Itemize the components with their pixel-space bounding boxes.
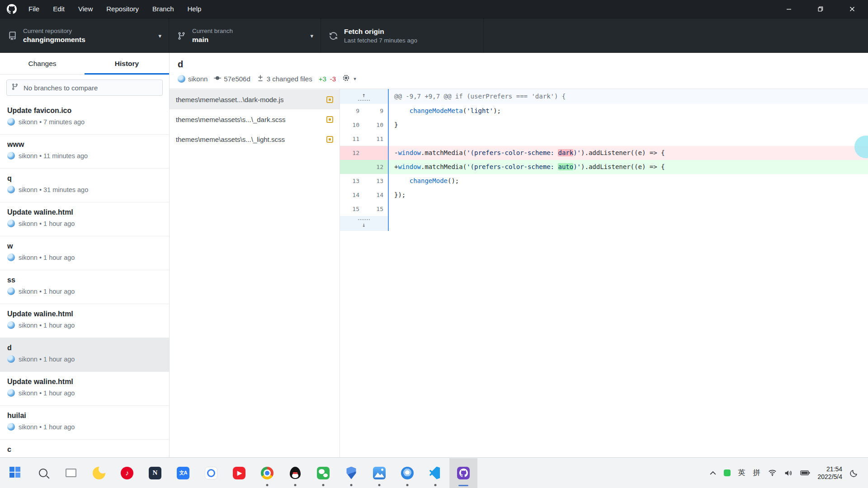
menu-help[interactable]: Help [181, 0, 208, 18]
taskbar-icon-security-shield[interactable] [337, 458, 365, 488]
new-line-number: 10 [364, 118, 388, 132]
file-row[interactable]: themes\meme\assets\s...\_dark.scss [170, 109, 340, 129]
commit-row[interactable]: Update favicon.icosikonn • 7 minutes ago [0, 101, 169, 135]
start-button[interactable] [1, 458, 29, 488]
content-area: Changes History Update favicon.icosikonn… [0, 53, 868, 457]
modified-icon [326, 96, 333, 103]
hidden-icons-button[interactable] [710, 471, 716, 475]
task-view-icon [66, 469, 76, 477]
commit-row[interactable]: dsikonn • 1 hour ago [0, 338, 169, 372]
menu-file[interactable]: File [22, 0, 46, 18]
menu-branch[interactable]: Branch [146, 0, 181, 18]
commit-history-list: Update favicon.icosikonn • 7 minutes ago… [0, 101, 169, 457]
commit-row[interactable]: c [0, 440, 169, 457]
old-line-number: 10 [340, 118, 364, 132]
taskbar-icon-blue-circle-app[interactable] [393, 458, 421, 488]
commit-row[interactable]: wsikonn • 1 hour ago [0, 236, 169, 270]
window-controls [773, 0, 868, 18]
taskbar-icon-qq[interactable] [281, 458, 309, 488]
taskbar-clock[interactable]: 21:54 2022/5/4 [818, 465, 843, 481]
file-row[interactable]: themes\meme\assets\s...\_light.scss [170, 129, 340, 149]
commit-row-meta-text: sikonn • 1 hour ago [19, 389, 75, 397]
commit-row[interactable]: Update waline.htmlsikonn • 1 hour ago [0, 304, 169, 338]
new-line-number: 13 [364, 174, 388, 188]
sync-icon [328, 32, 338, 40]
taskbar-icon-youdao-dict[interactable]: 文A [169, 458, 197, 488]
commit-sha: 57e506d [224, 75, 250, 83]
notification-moon-icon[interactable] [850, 469, 858, 477]
current-branch-button[interactable]: Current branch main ▾ [169, 19, 321, 53]
pinned-apps: ♪N文A▶ [85, 458, 477, 488]
commit-row[interactable]: Update waline.htmlsikonn • 1 hour ago [0, 202, 169, 236]
ime-english-indicator[interactable]: 英 [738, 468, 745, 478]
commit-body: themes\meme\asset...\dark-mode.jsthemes\… [170, 89, 868, 457]
diff-line: 1414}); [340, 188, 868, 202]
file-row[interactable]: themes\meme\asset...\dark-mode.js [170, 89, 340, 109]
additions-count: +3 [319, 75, 326, 83]
running-indicator [378, 484, 381, 486]
notion-icon: N [149, 467, 161, 479]
avatar [178, 75, 185, 83]
ime-pinyin-indicator[interactable]: 拼 [753, 468, 760, 478]
commit-row[interactable]: sssikonn • 1 hour ago [0, 270, 169, 304]
wifi-icon[interactable] [768, 469, 777, 477]
avatar [7, 253, 15, 261]
commit-row[interactable]: qsikonn • 31 minutes ago [0, 169, 169, 202]
expand-down-button[interactable]: ↓ [340, 216, 388, 231]
tab-changes[interactable]: Changes [0, 53, 85, 74]
commit-row-meta-text: sikonn • 1 hour ago [19, 288, 75, 295]
github-logo-icon [6, 4, 17, 14]
commit-row-meta-text: sikonn • 1 hour ago [19, 322, 75, 329]
modified-icon [326, 116, 333, 123]
commit-row-meta: sikonn • 1 hour ago [7, 287, 162, 295]
commit-row[interactable]: Update waline.htmlsikonn • 1 hour ago [0, 372, 169, 406]
menu-edit[interactable]: Edit [46, 0, 71, 18]
taskbar-icon-chrome[interactable] [253, 458, 281, 488]
commit-row-meta: sikonn • 1 hour ago [7, 321, 162, 329]
expand-up-button[interactable]: ↑ [340, 89, 388, 104]
diff-code: }); [388, 188, 868, 202]
taskbar-icon-netease-music[interactable]: ♪ [113, 458, 141, 488]
taskbar-icon-moon-yellow-app[interactable] [85, 458, 113, 488]
taskbar-icon-iqiyi[interactable]: ▶ [225, 458, 253, 488]
commit-row-meta-text: sikonn • 1 hour ago [19, 423, 75, 431]
photos-icon [373, 467, 386, 479]
taskbar-icon-white-blue-app[interactable] [197, 458, 225, 488]
taskbar-icon-vscode[interactable] [421, 458, 449, 488]
commit-row[interactable]: wwwsikonn • 11 minutes ago [0, 135, 169, 169]
volume-icon[interactable] [784, 469, 793, 477]
title-bar: FileEditViewRepositoryBranchHelp [0, 0, 868, 18]
green-app-tray-icon[interactable] [724, 469, 731, 476]
diff-lines: 99 changeModeMeta('light');1010}111112-w… [340, 104, 868, 216]
diff-code: } [388, 118, 868, 132]
commit-row-meta: sikonn • 1 hour ago [7, 220, 162, 227]
qq-icon [290, 467, 301, 479]
battery-icon[interactable] [800, 470, 810, 476]
taskbar-icon-notion[interactable]: N [141, 458, 169, 488]
blue-circle-app-icon [401, 467, 414, 479]
branch-compare-box[interactable] [6, 80, 163, 96]
commit-title: d [178, 59, 859, 70]
taskbar-icon-wechat[interactable] [309, 458, 337, 488]
tab-history[interactable]: History [85, 53, 169, 74]
task-view-button[interactable] [57, 458, 85, 488]
current-repository-button[interactable]: Current repository changingmoments ▾ [0, 19, 169, 53]
avatar [7, 355, 15, 363]
chevron-down-icon: ▾ [305, 33, 313, 39]
running-indicator [434, 484, 437, 486]
diff-icon [257, 75, 264, 83]
menu-view[interactable]: View [71, 0, 99, 18]
maximize-button[interactable] [805, 0, 836, 18]
taskbar-search-button[interactable] [29, 458, 57, 488]
close-button[interactable] [836, 0, 868, 18]
commit-row[interactable]: huilaisikonn • 1 hour ago [0, 406, 169, 440]
fetch-origin-button[interactable]: Fetch origin Last fetched 7 minutes ago [321, 19, 484, 53]
diff-options-button[interactable]: ▾ [342, 74, 356, 83]
minimize-button[interactable] [773, 0, 805, 18]
taskbar-icon-photos[interactable] [365, 458, 393, 488]
branch-compare-input[interactable] [23, 84, 158, 92]
diff-code: changeModeMeta('light'); [388, 104, 868, 118]
menu-repository[interactable]: Repository [99, 0, 146, 18]
file-name: themes\meme\assets\s...\_light.scss [176, 136, 285, 143]
taskbar-icon-github-desktop[interactable] [449, 458, 477, 488]
